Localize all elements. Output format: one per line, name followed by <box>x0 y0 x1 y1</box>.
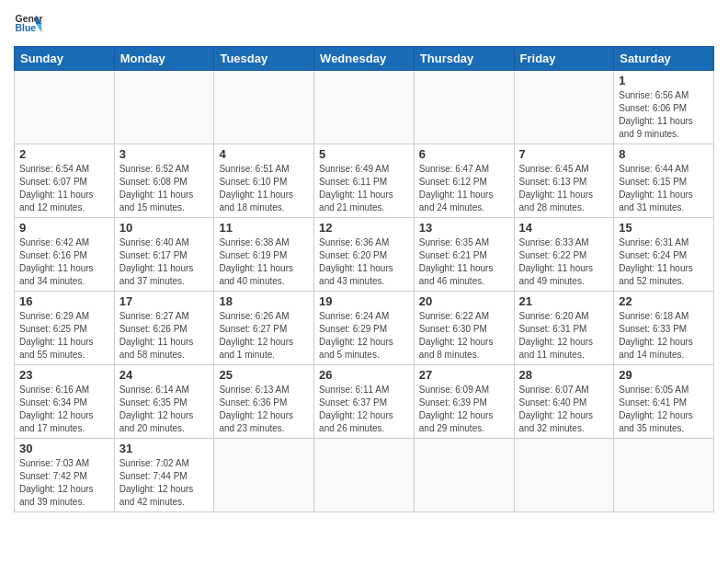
calendar-cell <box>614 439 714 512</box>
calendar-week-3: 9Sunrise: 6:42 AM Sunset: 6:16 PM Daylig… <box>15 218 714 292</box>
day-header-tuesday: Tuesday <box>214 47 314 71</box>
day-number: 27 <box>419 368 509 382</box>
day-info: Sunrise: 6:54 AM Sunset: 6:07 PM Dayligh… <box>19 163 109 214</box>
day-number: 25 <box>219 368 309 382</box>
calendar-cell: 31Sunrise: 7:02 AM Sunset: 7:44 PM Dayli… <box>114 439 214 512</box>
day-number: 22 <box>619 294 709 308</box>
calendar-cell: 22Sunrise: 6:18 AM Sunset: 6:33 PM Dayli… <box>614 292 714 365</box>
calendar-cell: 9Sunrise: 6:42 AM Sunset: 6:16 PM Daylig… <box>15 218 115 292</box>
day-header-thursday: Thursday <box>414 47 514 71</box>
calendar-cell: 2Sunrise: 6:54 AM Sunset: 6:07 PM Daylig… <box>15 144 115 218</box>
calendar-cell <box>114 71 214 144</box>
day-number: 30 <box>19 442 109 455</box>
day-number: 19 <box>319 294 409 308</box>
day-number: 17 <box>119 294 210 308</box>
day-number: 14 <box>519 221 609 235</box>
calendar-week-6: 30Sunrise: 7:03 AM Sunset: 7:42 PM Dayli… <box>15 439 714 512</box>
header: General Blue <box>14 9 714 39</box>
calendar-cell: 29Sunrise: 6:05 AM Sunset: 6:41 PM Dayli… <box>614 365 714 439</box>
day-info: Sunrise: 6:33 AM Sunset: 6:22 PM Dayligh… <box>519 236 609 288</box>
logo: General Blue <box>14 9 43 39</box>
day-number: 4 <box>219 147 309 161</box>
day-info: Sunrise: 6:16 AM Sunset: 6:34 PM Dayligh… <box>19 384 109 435</box>
day-header-sunday: Sunday <box>15 47 115 71</box>
day-info: Sunrise: 6:44 AM Sunset: 6:15 PM Dayligh… <box>619 163 709 214</box>
calendar-cell: 1Sunrise: 6:56 AM Sunset: 6:06 PM Daylig… <box>614 71 714 144</box>
day-number: 15 <box>619 221 709 235</box>
day-header-wednesday: Wednesday <box>314 47 415 71</box>
day-info: Sunrise: 6:29 AM Sunset: 6:25 PM Dayligh… <box>19 310 109 362</box>
calendar-cell: 15Sunrise: 6:31 AM Sunset: 6:24 PM Dayli… <box>614 218 714 292</box>
day-number: 1 <box>619 74 709 87</box>
calendar-cell: 4Sunrise: 6:51 AM Sunset: 6:10 PM Daylig… <box>214 144 314 218</box>
day-number: 12 <box>319 221 409 235</box>
calendar-cell <box>15 71 115 144</box>
day-number: 3 <box>119 147 210 161</box>
calendar-cell <box>214 71 314 144</box>
svg-text:Blue: Blue <box>16 23 37 33</box>
calendar-cell: 24Sunrise: 6:14 AM Sunset: 6:35 PM Dayli… <box>114 365 214 439</box>
day-number: 9 <box>19 221 109 235</box>
calendar: SundayMondayTuesdayWednesdayThursdayFrid… <box>14 46 714 512</box>
day-info: Sunrise: 6:52 AM Sunset: 6:08 PM Dayligh… <box>119 163 210 214</box>
day-number: 24 <box>119 368 210 382</box>
day-number: 23 <box>19 368 109 382</box>
calendar-cell: 3Sunrise: 6:52 AM Sunset: 6:08 PM Daylig… <box>114 144 214 218</box>
day-number: 2 <box>19 147 109 161</box>
day-info: Sunrise: 6:13 AM Sunset: 6:36 PM Dayligh… <box>219 384 309 435</box>
calendar-week-4: 16Sunrise: 6:29 AM Sunset: 6:25 PM Dayli… <box>15 292 714 365</box>
day-info: Sunrise: 6:20 AM Sunset: 6:31 PM Dayligh… <box>519 310 609 362</box>
day-header-monday: Monday <box>114 47 214 71</box>
day-info: Sunrise: 6:09 AM Sunset: 6:39 PM Dayligh… <box>419 384 509 435</box>
calendar-cell: 21Sunrise: 6:20 AM Sunset: 6:31 PM Dayli… <box>514 292 614 365</box>
day-number: 28 <box>519 368 609 382</box>
calendar-cell <box>214 439 314 512</box>
day-number: 18 <box>219 294 309 308</box>
calendar-cell: 23Sunrise: 6:16 AM Sunset: 6:34 PM Dayli… <box>15 365 115 439</box>
calendar-cell <box>314 439 415 512</box>
day-number: 10 <box>119 221 210 235</box>
calendar-cell: 19Sunrise: 6:24 AM Sunset: 6:29 PM Dayli… <box>314 292 415 365</box>
day-info: Sunrise: 6:56 AM Sunset: 6:06 PM Dayligh… <box>619 89 709 141</box>
day-info: Sunrise: 6:24 AM Sunset: 6:29 PM Dayligh… <box>319 310 409 362</box>
day-number: 20 <box>419 294 509 308</box>
calendar-cell: 30Sunrise: 7:03 AM Sunset: 7:42 PM Dayli… <box>15 439 115 512</box>
calendar-cell: 10Sunrise: 6:40 AM Sunset: 6:17 PM Dayli… <box>114 218 214 292</box>
calendar-cell: 26Sunrise: 6:11 AM Sunset: 6:37 PM Dayli… <box>314 365 415 439</box>
calendar-cell: 28Sunrise: 6:07 AM Sunset: 6:40 PM Dayli… <box>514 365 614 439</box>
day-header-saturday: Saturday <box>614 47 714 71</box>
day-info: Sunrise: 6:27 AM Sunset: 6:26 PM Dayligh… <box>119 310 210 362</box>
calendar-week-2: 2Sunrise: 6:54 AM Sunset: 6:07 PM Daylig… <box>15 144 714 218</box>
day-number: 6 <box>419 147 509 161</box>
day-info: Sunrise: 6:31 AM Sunset: 6:24 PM Dayligh… <box>619 236 709 288</box>
day-info: Sunrise: 7:02 AM Sunset: 7:44 PM Dayligh… <box>119 457 210 509</box>
calendar-week-1: 1Sunrise: 6:56 AM Sunset: 6:06 PM Daylig… <box>15 71 714 144</box>
calendar-cell: 8Sunrise: 6:44 AM Sunset: 6:15 PM Daylig… <box>614 144 714 218</box>
day-number: 8 <box>619 147 709 161</box>
day-info: Sunrise: 6:18 AM Sunset: 6:33 PM Dayligh… <box>619 310 709 362</box>
day-number: 7 <box>519 147 609 161</box>
day-number: 13 <box>419 221 509 235</box>
calendar-cell <box>314 71 415 144</box>
day-info: Sunrise: 6:05 AM Sunset: 6:41 PM Dayligh… <box>619 384 709 435</box>
day-info: Sunrise: 6:40 AM Sunset: 6:17 PM Dayligh… <box>119 236 210 288</box>
day-info: Sunrise: 6:07 AM Sunset: 6:40 PM Dayligh… <box>519 384 609 435</box>
day-info: Sunrise: 6:11 AM Sunset: 6:37 PM Dayligh… <box>319 384 409 435</box>
day-info: Sunrise: 6:42 AM Sunset: 6:16 PM Dayligh… <box>19 236 109 288</box>
day-header-friday: Friday <box>514 47 614 71</box>
day-number: 11 <box>219 221 309 235</box>
calendar-week-5: 23Sunrise: 6:16 AM Sunset: 6:34 PM Dayli… <box>15 365 714 439</box>
calendar-cell: 20Sunrise: 6:22 AM Sunset: 6:30 PM Dayli… <box>414 292 514 365</box>
page: General Blue SundayMondayTuesdayWednesda… <box>0 0 728 563</box>
calendar-cell: 13Sunrise: 6:35 AM Sunset: 6:21 PM Dayli… <box>414 218 514 292</box>
calendar-cell: 14Sunrise: 6:33 AM Sunset: 6:22 PM Dayli… <box>514 218 614 292</box>
day-info: Sunrise: 6:22 AM Sunset: 6:30 PM Dayligh… <box>419 310 509 362</box>
calendar-cell: 17Sunrise: 6:27 AM Sunset: 6:26 PM Dayli… <box>114 292 214 365</box>
day-number: 29 <box>619 368 709 382</box>
calendar-cell: 18Sunrise: 6:26 AM Sunset: 6:27 PM Dayli… <box>214 292 314 365</box>
day-info: Sunrise: 6:51 AM Sunset: 6:10 PM Dayligh… <box>219 163 309 214</box>
day-info: Sunrise: 6:38 AM Sunset: 6:19 PM Dayligh… <box>219 236 309 288</box>
calendar-cell <box>414 71 514 144</box>
day-info: Sunrise: 6:49 AM Sunset: 6:11 PM Dayligh… <box>319 163 409 214</box>
day-info: Sunrise: 6:14 AM Sunset: 6:35 PM Dayligh… <box>119 384 210 435</box>
